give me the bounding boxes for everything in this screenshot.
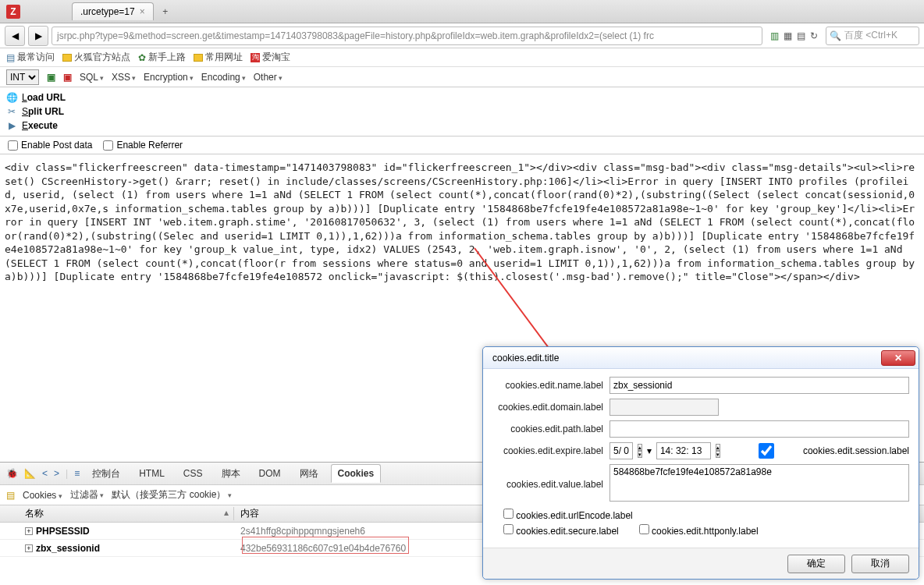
calendar-icon[interactable]: ▾ xyxy=(647,445,652,456)
expand-icon[interactable]: + xyxy=(25,544,33,552)
urlencode-checkbox[interactable]: cookies.edit.urlEncode.label xyxy=(503,509,633,521)
tab-net[interactable]: 网络 xyxy=(293,464,325,484)
split-url-button[interactable]: Split URL xyxy=(22,106,64,117)
encryption-menu[interactable]: Encryption xyxy=(144,72,194,83)
zabbix-favicon: Z xyxy=(6,5,20,19)
expire-date-field[interactable] xyxy=(609,442,633,459)
bookmark-common[interactable]: 常用网址 xyxy=(194,51,243,64)
forward-button[interactable]: ▶ xyxy=(28,26,48,46)
name-field[interactable] xyxy=(609,377,909,394)
tab-css[interactable]: CSS xyxy=(177,465,209,482)
prev-icon[interactable]: < xyxy=(42,468,48,479)
path-field[interactable] xyxy=(609,420,909,438)
reload-icon[interactable]: ↻ xyxy=(810,30,818,41)
nav-icons: ▥ ▦ ▤ ↻ xyxy=(766,30,823,41)
shield-icon[interactable]: ▥ xyxy=(770,30,779,41)
next-icon[interactable]: > xyxy=(54,468,59,479)
expand-icon[interactable]: + xyxy=(25,527,33,535)
close-tab-icon[interactable]: × xyxy=(140,6,145,17)
value-label: cookies.edit.value.label xyxy=(492,479,609,490)
db-add-icon[interactable]: ▣ xyxy=(47,72,55,83)
enable-referrer-checkbox[interactable]: Enable Referrer xyxy=(103,140,183,151)
bookmark-aitaobao[interactable]: 淘爱淘宝 xyxy=(251,51,290,64)
tab-cookies[interactable]: Cookies xyxy=(331,464,382,483)
browser-tab[interactable]: .urcetype=17 × xyxy=(72,2,154,20)
bookmark-newbie[interactable]: ✿新手上路 xyxy=(138,51,186,64)
db-remove-icon[interactable]: ▣ xyxy=(63,72,72,83)
inspect-icon[interactable]: 📐 xyxy=(24,468,36,479)
expire-time-field[interactable] xyxy=(656,442,711,459)
hackbar-actions: 🌐Load URL ✂Split URL ▶Execute xyxy=(0,87,924,136)
post-options: Enable Post data Enable Referrer xyxy=(0,136,924,154)
tab-html[interactable]: HTML xyxy=(133,465,171,482)
back-button[interactable]: ◀ xyxy=(5,26,25,46)
tab-bar: Z .urcetype=17 × + xyxy=(0,0,924,23)
name-label: cookies.edit.name.label xyxy=(492,380,609,391)
execute-button[interactable]: Execute xyxy=(22,120,58,131)
bookmark-icon[interactable]: ▤ xyxy=(797,30,805,41)
secure-checkbox[interactable]: cookies.edit.secure.label xyxy=(503,524,619,537)
tab-dom[interactable]: DOM xyxy=(253,465,287,482)
grid-icon[interactable]: ▦ xyxy=(784,30,792,41)
enable-post-checkbox[interactable]: Enable Post data xyxy=(8,140,92,151)
cookie-edit-dialog: cookies.edit.title ✕ cookies.edit.name.l… xyxy=(482,346,919,580)
default-policy-menu[interactable]: 默认（接受第三方 cookie） xyxy=(112,488,232,502)
cookies-menu[interactable]: Cookies xyxy=(23,490,62,501)
path-label: cookies.edit.path.label xyxy=(492,424,609,434)
search-placeholder: 百度 <Ctrl+K xyxy=(844,29,897,42)
load-url-button[interactable]: Load URL xyxy=(22,92,66,103)
dialog-title: cookies.edit.title xyxy=(492,353,559,363)
expire-label: cookies.edit.expire.label xyxy=(492,445,609,456)
encoding-menu[interactable]: Encoding xyxy=(201,72,246,83)
other-menu[interactable]: Other xyxy=(254,72,283,83)
page-content: <div class="flickerfreescreen" data-time… xyxy=(0,154,924,290)
cmd-icon[interactable]: ≡ xyxy=(74,468,80,479)
value-field[interactable]: 584868be7fcfe19fe4e108572a81a98e xyxy=(609,464,909,502)
xss-menu[interactable]: XSS xyxy=(112,72,136,83)
split-url-icon: ✂ xyxy=(6,106,17,117)
col-name[interactable]: 名称 ▴ xyxy=(0,507,234,520)
most-visited[interactable]: ▤最常访问 xyxy=(6,51,55,64)
hackbar-toolbar: INT ▣ ▣ SQL XSS Encryption Encoding Othe… xyxy=(0,67,924,87)
domain-field[interactable] xyxy=(609,399,719,416)
type-select[interactable]: INT xyxy=(6,69,39,85)
session-checkbox[interactable]: cookies.edit.session.label xyxy=(733,443,909,459)
domain-label: cookies.edit.domain.label xyxy=(492,402,609,413)
bookmark-firefox[interactable]: 火狐官方站点 xyxy=(62,51,130,64)
url-text: jsrpc.php?type=9&method=screen.get&times… xyxy=(57,30,654,41)
tab-script[interactable]: 脚本 xyxy=(215,464,247,484)
tab-console[interactable]: 控制台 xyxy=(86,464,126,484)
bookmarks-bar: ▤最常访问 火狐官方站点 ✿新手上路 常用网址 淘爱淘宝 xyxy=(0,48,924,67)
dialog-close-button[interactable]: ✕ xyxy=(881,350,915,366)
new-tab-button[interactable]: + xyxy=(157,3,174,20)
firebug-icon[interactable]: 🐞 xyxy=(6,468,18,479)
sql-menu[interactable]: SQL xyxy=(80,72,104,83)
cancel-button[interactable]: 取消 xyxy=(851,555,909,573)
date-spinner[interactable]: ▴▾ xyxy=(638,444,642,458)
nav-bar: ◀ ▶ jsrpc.php?type=9&method=screen.get&t… xyxy=(0,23,924,48)
tab-title: .urcetype=17 xyxy=(80,6,135,17)
search-engine-icon: 🔍 xyxy=(830,30,841,41)
httponly-checkbox[interactable]: cookies.edit.httponly.label xyxy=(639,524,759,537)
load-url-icon: 🌐 xyxy=(6,92,17,103)
cookies-panel-icon[interactable]: ▤ xyxy=(6,490,15,501)
dialog-titlebar[interactable]: cookies.edit.title ✕ xyxy=(483,347,919,369)
address-bar[interactable]: jsrpc.php?type=9&method=screen.get&times… xyxy=(52,27,762,45)
search-box[interactable]: 🔍 百度 <Ctrl+K xyxy=(826,27,919,45)
filter-menu[interactable]: 过滤器 xyxy=(70,488,105,502)
ok-button[interactable]: 确定 xyxy=(787,555,845,573)
time-spinner[interactable]: ▴▾ xyxy=(716,444,720,458)
execute-icon: ▶ xyxy=(6,120,17,131)
